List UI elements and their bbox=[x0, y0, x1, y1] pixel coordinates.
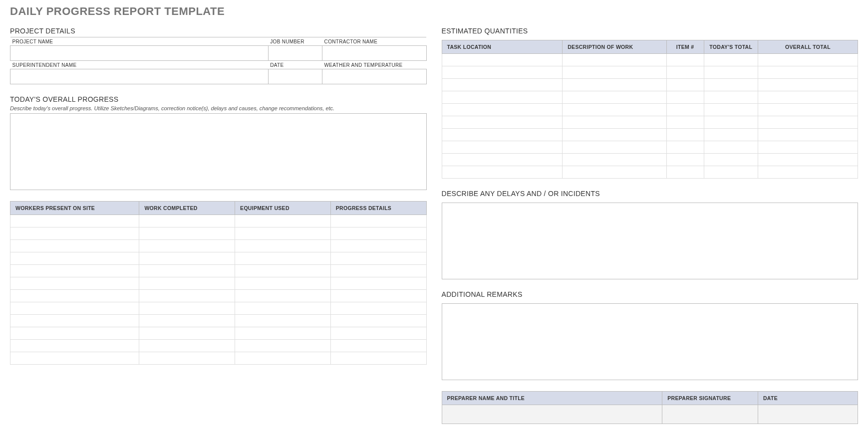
table-cell[interactable] bbox=[330, 265, 426, 277]
table-cell[interactable] bbox=[563, 66, 666, 79]
remarks-field[interactable] bbox=[442, 303, 859, 380]
table-cell[interactable] bbox=[10, 215, 139, 227]
table-cell[interactable] bbox=[758, 166, 858, 179]
table-cell[interactable] bbox=[758, 141, 858, 154]
table-cell[interactable] bbox=[139, 302, 235, 315]
table-cell[interactable] bbox=[666, 141, 704, 154]
table-cell[interactable] bbox=[666, 79, 704, 91]
table-cell[interactable] bbox=[758, 79, 858, 91]
table-cell[interactable] bbox=[666, 66, 704, 79]
table-cell[interactable] bbox=[330, 302, 426, 315]
preparer-signature-field[interactable] bbox=[662, 405, 758, 424]
table-cell[interactable] bbox=[704, 116, 758, 129]
table-cell[interactable] bbox=[10, 302, 139, 315]
table-cell[interactable] bbox=[442, 104, 563, 116]
table-cell[interactable] bbox=[235, 265, 331, 277]
table-cell[interactable] bbox=[563, 154, 666, 166]
table-cell[interactable] bbox=[666, 91, 704, 104]
table-cell[interactable] bbox=[139, 327, 235, 340]
table-cell[interactable] bbox=[758, 66, 858, 79]
table-cell[interactable] bbox=[139, 215, 235, 227]
table-cell[interactable] bbox=[235, 215, 331, 227]
table-cell[interactable] bbox=[666, 166, 704, 179]
table-cell[interactable] bbox=[235, 290, 331, 302]
project-name-field[interactable] bbox=[10, 46, 269, 61]
table-cell[interactable] bbox=[235, 240, 331, 252]
table-cell[interactable] bbox=[442, 79, 563, 91]
table-cell[interactable] bbox=[666, 104, 704, 116]
table-cell[interactable] bbox=[10, 265, 139, 277]
table-cell[interactable] bbox=[139, 227, 235, 240]
table-cell[interactable] bbox=[330, 215, 426, 227]
table-cell[interactable] bbox=[10, 352, 139, 365]
table-cell[interactable] bbox=[442, 66, 563, 79]
table-cell[interactable] bbox=[10, 315, 139, 327]
table-cell[interactable] bbox=[666, 54, 704, 66]
contractor-name-field[interactable] bbox=[322, 46, 426, 61]
table-cell[interactable] bbox=[139, 352, 235, 365]
table-cell[interactable] bbox=[442, 129, 563, 141]
table-cell[interactable] bbox=[442, 166, 563, 179]
table-cell[interactable] bbox=[563, 104, 666, 116]
table-cell[interactable] bbox=[139, 240, 235, 252]
table-cell[interactable] bbox=[10, 240, 139, 252]
table-cell[interactable] bbox=[235, 277, 331, 290]
table-cell[interactable] bbox=[330, 227, 426, 240]
table-cell[interactable] bbox=[704, 154, 758, 166]
table-cell[interactable] bbox=[758, 91, 858, 104]
date-field[interactable] bbox=[268, 69, 322, 84]
preparer-name-field[interactable] bbox=[442, 405, 662, 424]
table-cell[interactable] bbox=[704, 79, 758, 91]
table-cell[interactable] bbox=[139, 277, 235, 290]
table-cell[interactable] bbox=[563, 129, 666, 141]
table-cell[interactable] bbox=[330, 340, 426, 352]
table-cell[interactable] bbox=[563, 116, 666, 129]
table-cell[interactable] bbox=[758, 104, 858, 116]
table-cell[interactable] bbox=[442, 54, 563, 66]
table-cell[interactable] bbox=[10, 340, 139, 352]
table-cell[interactable] bbox=[139, 252, 235, 265]
table-cell[interactable] bbox=[758, 129, 858, 141]
table-cell[interactable] bbox=[704, 91, 758, 104]
table-cell[interactable] bbox=[758, 54, 858, 66]
table-cell[interactable] bbox=[139, 315, 235, 327]
table-cell[interactable] bbox=[666, 129, 704, 141]
table-cell[interactable] bbox=[10, 327, 139, 340]
table-cell[interactable] bbox=[235, 315, 331, 327]
table-cell[interactable] bbox=[704, 141, 758, 154]
table-cell[interactable] bbox=[330, 252, 426, 265]
table-cell[interactable] bbox=[442, 141, 563, 154]
table-cell[interactable] bbox=[235, 340, 331, 352]
signoff-date-field[interactable] bbox=[758, 405, 858, 424]
delays-field[interactable] bbox=[442, 203, 859, 279]
table-cell[interactable] bbox=[563, 54, 666, 66]
table-cell[interactable] bbox=[10, 227, 139, 240]
table-cell[interactable] bbox=[330, 352, 426, 365]
table-cell[interactable] bbox=[139, 290, 235, 302]
table-cell[interactable] bbox=[442, 116, 563, 129]
table-cell[interactable] bbox=[235, 327, 331, 340]
table-cell[interactable] bbox=[704, 66, 758, 79]
table-cell[interactable] bbox=[330, 240, 426, 252]
superintendent-field[interactable] bbox=[10, 69, 269, 84]
table-cell[interactable] bbox=[10, 277, 139, 290]
table-cell[interactable] bbox=[563, 166, 666, 179]
table-cell[interactable] bbox=[758, 116, 858, 129]
table-cell[interactable] bbox=[758, 154, 858, 166]
table-cell[interactable] bbox=[139, 340, 235, 352]
table-cell[interactable] bbox=[442, 91, 563, 104]
overall-progress-field[interactable] bbox=[10, 113, 427, 190]
table-cell[interactable] bbox=[704, 129, 758, 141]
table-cell[interactable] bbox=[563, 79, 666, 91]
table-cell[interactable] bbox=[10, 252, 139, 265]
table-cell[interactable] bbox=[10, 290, 139, 302]
table-cell[interactable] bbox=[330, 290, 426, 302]
table-cell[interactable] bbox=[666, 116, 704, 129]
table-cell[interactable] bbox=[563, 141, 666, 154]
table-cell[interactable] bbox=[330, 327, 426, 340]
table-cell[interactable] bbox=[704, 166, 758, 179]
table-cell[interactable] bbox=[235, 352, 331, 365]
table-cell[interactable] bbox=[235, 252, 331, 265]
table-cell[interactable] bbox=[704, 104, 758, 116]
table-cell[interactable] bbox=[563, 91, 666, 104]
